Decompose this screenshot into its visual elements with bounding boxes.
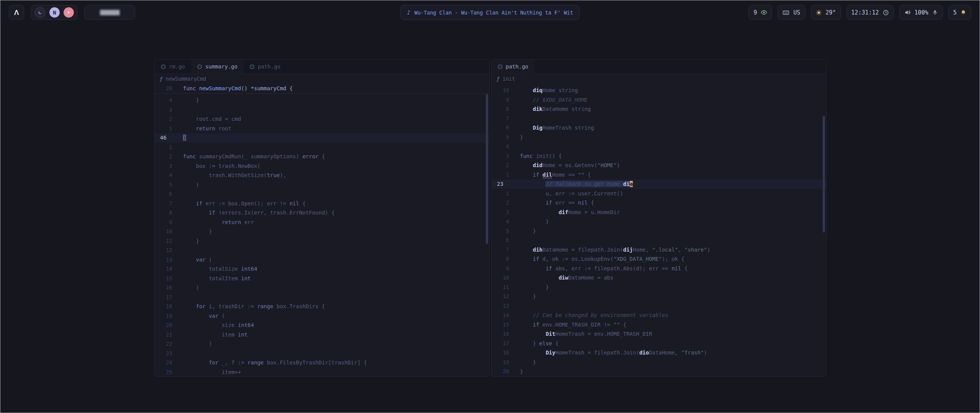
code-segment: root xyxy=(215,125,231,132)
sticky-context-line[interactable]: 26 func newSummaryCmd() *summaryCmd { xyxy=(155,84,489,94)
code-line[interactable]: 12 xyxy=(155,246,489,255)
code-line[interactable]: 6 xyxy=(492,236,826,245)
code-line[interactable]: 2 didHome = os.Getenv("HOME") xyxy=(492,161,826,170)
code-line[interactable]: 5 ) xyxy=(155,180,489,190)
scrollbar-right[interactable] xyxy=(823,116,825,233)
code-line[interactable]: 20} xyxy=(492,367,826,376)
code-line[interactable]: 10 diqHome string xyxy=(492,86,826,95)
masked-window-title[interactable]: ████████ xyxy=(84,5,135,20)
code-line[interactable]: 9 // $XDG_DATA_HOME xyxy=(492,95,826,105)
code-segment: HomeTrash string xyxy=(542,125,594,131)
code-line[interactable]: 3 difHome = u.HomeDir xyxy=(492,208,826,217)
code-line[interactable]: 18 DiyHomeTrash = filepath.Join(dioDataH… xyxy=(492,348,826,358)
code-line[interactable]: 20 size int64 xyxy=(155,320,489,330)
code-text: dihDataHome = filepath.Join(dijHome, ".l… xyxy=(509,245,826,255)
tab-rm-go[interactable]: rm.go xyxy=(155,60,191,73)
code-line[interactable]: 21 item int xyxy=(155,330,489,340)
code-line[interactable]: 17 xyxy=(155,293,489,302)
workspace-icon-2[interactable]: N xyxy=(49,7,60,18)
workspace-icon-3[interactable] xyxy=(64,7,74,18)
code-text: var ( xyxy=(172,255,489,265)
code-line[interactable]: 46} xyxy=(155,133,489,143)
code-line[interactable]: 19 var ( xyxy=(155,311,489,321)
code-line[interactable]: 23 xyxy=(155,349,489,358)
code-segment: { xyxy=(552,340,559,346)
code-line[interactable]: 4 trash.WithGetSize(true), xyxy=(155,171,489,180)
code-line[interactable]: 3 box := trash.NewBox( xyxy=(155,161,489,171)
code-line[interactable]: 23 // fallback to get home dia xyxy=(492,179,826,189)
tab-path-go-left[interactable]: path.go xyxy=(243,60,286,73)
code-line[interactable]: 24 for _, f := range box.FilesByTrashDir… xyxy=(155,358,489,367)
code-line[interactable]: 15 totalItem int xyxy=(155,274,489,283)
workspace-icon-1[interactable] xyxy=(34,7,46,18)
code-line[interactable]: 1 if dilHome == "" { xyxy=(492,170,826,180)
code-line[interactable]: 7 if err := box.Open(); err != nil { xyxy=(155,199,489,208)
tab-summary-go[interactable]: summary.go xyxy=(191,60,243,73)
code-line[interactable]: 1 u, err := user.Current() xyxy=(492,189,826,198)
code-line[interactable]: 1 xyxy=(155,143,489,152)
code-line[interactable]: 4 } xyxy=(492,217,826,226)
bar-left: Λ N ████████ xyxy=(9,5,135,20)
code-line[interactable]: 2 if err == nil { xyxy=(492,198,826,208)
keyboard-layout-widget[interactable]: US xyxy=(777,5,805,20)
code-line[interactable]: 9 return err xyxy=(155,218,489,227)
code-line[interactable]: 8 if d, ok := os.LookupEnv("XDG_DATA_HOM… xyxy=(492,254,826,264)
code-line[interactable]: 15 if env.HOME_TRASH_DIR != "" { xyxy=(492,320,826,330)
context-code: func newSummaryCmd() *summaryCmd { xyxy=(172,84,489,93)
code-line[interactable]: 5 } xyxy=(492,226,826,236)
code-text: return err xyxy=(172,218,489,227)
code-line[interactable]: 8 if !errors.Is(err, trash.ErrNotFound) … xyxy=(155,208,489,218)
code-segment: { xyxy=(299,200,305,206)
code-line[interactable]: 1 return root xyxy=(155,124,489,133)
tab-path-go-right[interactable]: path.go xyxy=(492,60,534,73)
code-line[interactable]: 19 } xyxy=(492,358,826,367)
code-text: ) xyxy=(172,283,489,293)
code-line[interactable]: 2 root.cmd = cmd xyxy=(155,114,489,124)
code-line[interactable]: 25 item++ xyxy=(155,367,489,377)
notifications-widget[interactable]: 5 xyxy=(948,5,971,20)
workspace-switcher[interactable]: N xyxy=(31,5,77,20)
code-line[interactable]: 18 for i, trashDir := range box.TrashDir… xyxy=(155,302,489,311)
code-line[interactable]: 11 } xyxy=(155,236,489,246)
code-segment: init() { xyxy=(536,153,562,159)
code-segment: "" xyxy=(578,172,585,178)
volume-widget[interactable]: 100% xyxy=(899,5,943,20)
layout-label: US xyxy=(793,9,800,16)
clock-widget[interactable]: 12:31:12 xyxy=(846,5,894,20)
code-segment: // fallback to get home xyxy=(546,181,623,187)
code-line[interactable]: 13 var ( xyxy=(155,255,489,265)
screen-recorder-widget[interactable]: 9 xyxy=(748,5,772,20)
code-line[interactable]: 14 totalSize int64 xyxy=(155,264,489,274)
code-line[interactable]: 22 ) xyxy=(155,339,489,349)
code-line[interactable]: 12 } xyxy=(492,292,826,301)
code-line[interactable]: 5} xyxy=(492,133,826,142)
code-text: dikDataHome string xyxy=(509,104,826,114)
code-line[interactable]: 4 xyxy=(492,142,826,151)
media-title: Wu-Tang Clan - Wu-Tang Clan Ain't Nuthin… xyxy=(415,10,573,16)
code-line[interactable]: 10 } xyxy=(155,227,489,236)
code-line[interactable]: 3func init() { xyxy=(492,151,826,161)
code-line[interactable]: 9 if abs, err := filepath.Abs(d); err ==… xyxy=(492,264,826,273)
scrollbar-left[interactable] xyxy=(486,94,488,244)
code-line[interactable]: 6 DigHomeTrash string xyxy=(492,123,826,133)
code-line[interactable]: 16 DitHomeTrash = env.HOME_TRASH_DIR xyxy=(492,329,826,339)
code-area-right: 10 diqHome string9 // $XDG_DATA_HOME8 di… xyxy=(492,84,826,376)
weather-widget[interactable]: 29° xyxy=(811,5,841,20)
code-line[interactable]: 10 diwDataHome = abs xyxy=(492,273,826,283)
code-line[interactable]: 2func summaryCmdRun(_ summaryOptions) er… xyxy=(155,152,489,161)
code-line[interactable]: 7 dihDataHome = filepath.Join(dijHome, "… xyxy=(492,245,826,255)
app-launcher-button[interactable]: Λ xyxy=(9,5,24,20)
code-line[interactable]: 14 // Can be changed by environment vari… xyxy=(492,311,826,320)
code-line[interactable]: 16 ) xyxy=(155,283,489,293)
media-player-widget[interactable]: ♪ Wu-Tang Clan - Wu-Tang Clan Ain't Nuth… xyxy=(400,5,580,20)
code-line[interactable]: 4 } xyxy=(155,96,489,105)
code-line[interactable]: 17 } else { xyxy=(492,339,826,348)
code-line[interactable]: 11 } xyxy=(492,283,826,292)
code-line[interactable]: 13 xyxy=(492,301,826,311)
code-text: // Can be changed by environment variabl… xyxy=(509,311,826,320)
code-line[interactable]: 6 xyxy=(155,189,489,199)
eye-icon xyxy=(761,9,767,16)
code-line[interactable]: 3 xyxy=(155,105,489,115)
code-line[interactable]: 8 dikDataHome string xyxy=(492,104,826,114)
code-line[interactable]: 7 xyxy=(492,114,826,124)
